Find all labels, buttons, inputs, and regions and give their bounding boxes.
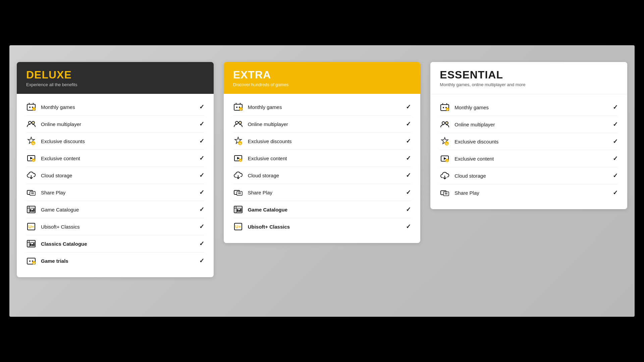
plan-title-extra: EXTRA (233, 69, 411, 80)
svg-rect-25 (30, 209, 31, 212)
check-icon: ✓ (406, 137, 411, 145)
feature-row: % Exclusive discounts✓ (26, 133, 204, 150)
share-play-icon (26, 187, 36, 197)
cloud-storage-icon (26, 170, 36, 180)
svg-text:★: ★ (33, 262, 35, 264)
feature-row: Share Play✓ (440, 184, 618, 201)
svg-rect-68 (240, 209, 241, 212)
feature-row: % Exclusive discounts✓ (440, 133, 618, 150)
feature-left: Game Catalogue (233, 204, 287, 215)
feature-label: Exclusive content (248, 156, 287, 161)
svg-rect-60 (237, 191, 242, 195)
feature-row: Cloud storage✓ (440, 167, 618, 184)
feature-left: Online multiplayer (233, 119, 288, 129)
check-icon: ✓ (199, 120, 204, 128)
feature-label: Cloud storage (41, 173, 72, 178)
feature-label: Share Play (248, 190, 272, 195)
feature-left: + Exclusive content (440, 154, 494, 164)
feature-label: Exclusive content (454, 156, 494, 162)
online-multiplayer-icon (26, 119, 36, 129)
check-icon: ✓ (199, 137, 204, 145)
check-icon: ✓ (613, 172, 618, 179)
feature-left: ★ Game trials (26, 256, 68, 266)
feature-label: Online multiplayer (41, 121, 81, 127)
check-icon: ✓ (613, 138, 618, 145)
check-icon: ✓ (613, 155, 618, 162)
feature-row: Game Catalogue✓ (26, 201, 204, 218)
cloud-storage-icon (233, 170, 243, 180)
svg-rect-33 (30, 243, 31, 246)
check-icon: ✓ (199, 240, 204, 247)
plan-subtitle-essential: Monthly games, online multiplayer and mo… (440, 82, 618, 87)
plan-body-extra: + Monthly games✓ Online multiplayer✓ % E… (224, 94, 421, 243)
feature-row: % Exclusive discounts✓ (233, 133, 411, 150)
svg-text:+: + (33, 108, 35, 111)
feature-left: % Exclusive discounts (26, 136, 85, 146)
feature-label: Exclusive content (41, 156, 80, 161)
ubisoft-classics-icon: U+ (233, 222, 243, 232)
monthly-games-icon: + (440, 102, 450, 112)
svg-point-50 (239, 122, 240, 123)
game-catalogue-icon (26, 204, 36, 215)
feature-left: U+ Ubisoft+ Classics (26, 222, 79, 232)
check-icon: ✓ (199, 189, 204, 196)
feature-label: Exclusive discounts (41, 138, 85, 144)
feature-row: Online multiplayer✓ (440, 116, 618, 133)
feature-label: Game Catalogue (41, 207, 79, 213)
check-icon: ✓ (613, 121, 618, 128)
feature-label: Monthly games (248, 104, 282, 110)
feature-row: + Exclusive content✓ (440, 150, 618, 167)
svg-rect-35 (33, 243, 35, 246)
feature-label: Ubisoft+ Classics (248, 224, 290, 230)
feature-row: Cloud storage✓ (233, 167, 411, 184)
check-icon: ✓ (199, 155, 204, 162)
feature-label: Exclusive discounts (248, 138, 292, 144)
ubisoft-classics-icon: U+ (26, 222, 36, 232)
svg-point-78 (442, 122, 445, 124)
feature-left: Share Play (26, 187, 65, 197)
feature-left: Share Play (440, 188, 479, 198)
feature-left: Online multiplayer (440, 119, 495, 129)
svg-point-72 (443, 107, 444, 108)
svg-text:+: + (33, 160, 34, 162)
svg-rect-90 (443, 192, 449, 196)
check-icon: ✓ (406, 155, 411, 162)
feature-left: Share Play (233, 187, 272, 197)
feature-row: + Exclusive content✓ (233, 150, 411, 167)
feature-label: Cloud storage (248, 173, 279, 178)
svg-point-1 (29, 107, 31, 108)
feature-row: Online multiplayer✓ (233, 116, 411, 133)
svg-text:%: % (446, 142, 448, 145)
svg-point-9 (33, 122, 34, 123)
check-icon: ✓ (406, 223, 411, 230)
feature-label: Ubisoft+ Classics (41, 224, 79, 230)
check-icon: ✓ (199, 103, 204, 111)
feature-row: Share Play✓ (233, 184, 411, 201)
check-icon: ✓ (613, 104, 618, 111)
exclusive-discounts-icon: % (26, 136, 36, 146)
feature-label: Game Catalogue (248, 207, 287, 213)
exclusive-content-icon: + (233, 153, 243, 163)
check-icon: ✓ (199, 172, 204, 179)
svg-rect-19 (30, 191, 35, 195)
svg-rect-34 (32, 244, 33, 246)
feature-left: % Exclusive discounts (233, 136, 292, 146)
feature-row: + Exclusive content✓ (26, 150, 204, 167)
feature-left: Cloud storage (440, 171, 486, 181)
monthly-games-icon: + (26, 102, 36, 112)
plan-card-essential: ESSENTIALMonthly games, online multiplay… (430, 62, 627, 209)
feature-label: Share Play (41, 190, 65, 195)
check-icon: ✓ (406, 120, 411, 128)
plan-header-essential: ESSENTIALMonthly games, online multiplay… (430, 62, 627, 94)
feature-label: Share Play (454, 190, 479, 196)
svg-point-7 (29, 121, 31, 124)
game-catalogue-icon (233, 204, 243, 215)
plan-card-deluxe: DELUXEExperience all the benefits + Mont… (17, 62, 214, 277)
check-icon: ✓ (199, 223, 204, 230)
feature-row: Game Catalogue✓ (233, 201, 411, 218)
check-icon: ✓ (406, 206, 411, 213)
feature-left: + Exclusive content (26, 153, 80, 163)
feature-left: Online multiplayer (26, 119, 81, 129)
plan-subtitle-extra: Discover hundreds of games (233, 82, 411, 87)
feature-label: Monthly games (41, 104, 75, 110)
